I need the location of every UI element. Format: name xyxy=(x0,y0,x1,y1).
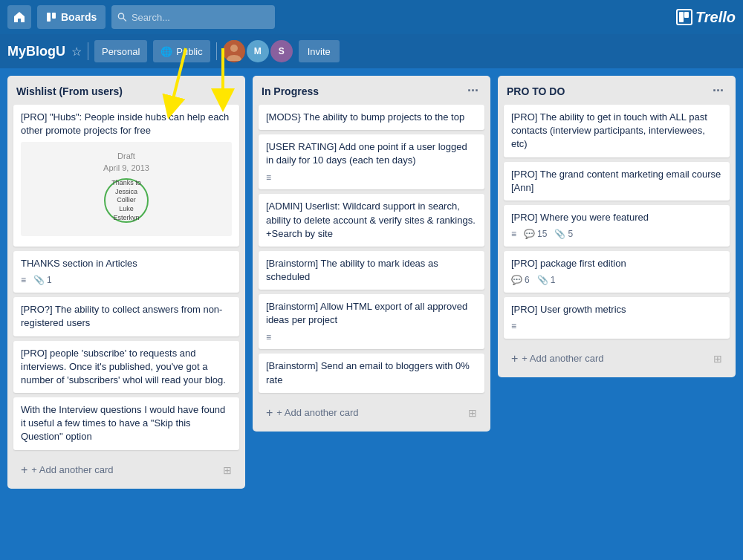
invite-button[interactable]: Invite xyxy=(299,40,340,62)
paperclip-icon: 📎 xyxy=(33,274,45,287)
card-pt5-text: [PRO] User growth metrics xyxy=(511,304,626,315)
card-c2-list-icon: ≡ xyxy=(21,274,26,287)
card-pt4[interactable]: [PRO] package first edition 💬 6 📎 1 xyxy=(504,251,730,293)
card-c1-text: [PRO] "Hubs": People inside hubs can hel… xyxy=(21,111,229,136)
card-draft-label: Draft xyxy=(30,151,223,162)
nav-divider xyxy=(88,42,88,60)
card-draft-date: April 9, 2013 xyxy=(30,163,223,174)
paperclip-icon-pt4: 📎 xyxy=(537,274,548,287)
add-card-wishlist[interactable]: + + Add another card ⊞ xyxy=(13,458,239,483)
card-ip6[interactable]: [Brainstorm] Send an email to bloggers w… xyxy=(259,354,484,392)
board-star-button[interactable]: ☆ xyxy=(71,45,82,59)
card-pt2-text: [PRO] The grand content marketing email … xyxy=(511,169,721,193)
plus-icon-in-progress: + xyxy=(266,406,273,420)
paperclip-icon-pt3: 📎 xyxy=(554,228,565,241)
card-c3[interactable]: [PRO?] The ability to collect answers fr… xyxy=(13,297,239,336)
avatar-user3[interactable]: S xyxy=(270,40,293,62)
globe-icon: 🌐 xyxy=(160,46,172,57)
card-c3-text: [PRO?] The ability to collect answers fr… xyxy=(21,304,222,328)
template-icon-pro-todo: ⊞ xyxy=(713,353,722,365)
trello-logo: Trello xyxy=(676,9,736,26)
board-nav: MyBlogU ☆ Personal 🌐 Public M S Invite xyxy=(0,34,743,68)
card-c4-text: [PRO] people 'subscribe' to requests and… xyxy=(21,348,226,385)
card-c2-meta: ≡ 📎 1 xyxy=(21,274,232,287)
card-c5[interactable]: With the Interview questions I would hav… xyxy=(13,397,239,450)
card-ip6-text: [Brainstorm] Send an email to bloggers w… xyxy=(266,360,470,385)
personal-label: Personal xyxy=(102,46,140,57)
card-pt2[interactable]: [PRO] The grand content marketing email … xyxy=(504,162,730,201)
add-card-in-progress[interactable]: + + Add another card ⊞ xyxy=(259,400,484,426)
card-ip2-meta: ≡ xyxy=(266,172,477,184)
home-button[interactable] xyxy=(7,5,31,29)
card-ip1[interactable]: [MODS} The ability to bump projects to t… xyxy=(259,105,484,130)
search-icon xyxy=(117,12,127,22)
avatar-user1[interactable] xyxy=(223,40,245,62)
column-title-wishlist: Wishlist (From users) xyxy=(16,85,123,97)
boards-label: Boards xyxy=(61,11,97,23)
svg-line-3 xyxy=(123,18,126,21)
add-card-pro-todo[interactable]: + + Add another card ⊞ xyxy=(504,346,730,371)
trello-logo-icon xyxy=(676,9,692,25)
card-ip5[interactable]: [Brainstorm] Allow HTML export of all ap… xyxy=(259,294,484,349)
card-ip4-text: [Brainstorm] The ability to mark ideas a… xyxy=(266,258,438,282)
svg-rect-0 xyxy=(47,13,51,22)
card-pt5[interactable]: [PRO] User growth metrics ≡ xyxy=(504,297,730,339)
column-header-wishlist: Wishlist (From users) ··· xyxy=(7,76,245,105)
column-header-in-progress: In Progress ··· xyxy=(253,76,490,105)
nav-divider2 xyxy=(216,42,217,60)
card-c1-image: Draft April 9, 2013 Thanks to Jessica Co… xyxy=(21,142,232,236)
top-nav: Boards Trello xyxy=(0,0,743,34)
search-box[interactable] xyxy=(111,5,275,29)
avatar-user2[interactable]: M xyxy=(247,40,269,62)
card-pt3-meta: ≡ 💬 15 📎 5 xyxy=(511,228,722,241)
column-wishlist: Wishlist (From users) ··· [PRO] "Hubs": … xyxy=(7,76,245,489)
column-title-in-progress: In Progress xyxy=(262,85,319,97)
svg-point-5 xyxy=(230,45,238,52)
card-ip4[interactable]: [Brainstorm] The ability to mark ideas a… xyxy=(259,251,484,290)
svg-rect-1 xyxy=(52,13,56,19)
card-c2-attach: 📎 1 xyxy=(33,274,52,287)
column-menu-pro-todo[interactable]: ··· xyxy=(710,83,727,99)
card-ip3[interactable]: [ADMIN] Userlist: Wildcard support in se… xyxy=(259,194,484,247)
card-c2[interactable]: THANKS section in Articles ≡ 📎 1 xyxy=(13,251,239,293)
column-menu-in-progress[interactable]: ··· xyxy=(464,83,481,99)
add-card-label-in-progress: + Add another card xyxy=(276,407,358,418)
card-ip2[interactable]: [USER RATING] Add one point if a user lo… xyxy=(259,134,484,189)
column-header-pro-todo: PRO TO DO ··· xyxy=(498,76,736,105)
card-ip5-list-icon: ≡ xyxy=(266,331,271,344)
card-pt3-text: [PRO] Where you were featured xyxy=(511,212,649,223)
plus-icon-wishlist: + xyxy=(21,463,27,477)
comment-icon: 💬 xyxy=(524,228,535,241)
column-title-pro-todo: PRO TO DO xyxy=(507,85,565,97)
board-title[interactable]: MyBlogU xyxy=(7,44,65,59)
template-icon-in-progress: ⊞ xyxy=(468,407,477,419)
card-pt4-comment: 💬 6 xyxy=(511,274,530,287)
search-input[interactable] xyxy=(132,12,269,23)
personal-button[interactable]: Personal xyxy=(94,40,147,62)
card-ip5-text: [Brainstorm] Allow HTML export of all ap… xyxy=(266,301,467,325)
avatar-photo-icon xyxy=(223,40,245,62)
card-ip2-text: [USER RATING] Add one point if a user lo… xyxy=(266,141,467,166)
card-pt1[interactable]: [PRO] The ability to get in touch with A… xyxy=(504,105,730,157)
card-c2-text: THANKS section in Articles xyxy=(21,258,137,269)
card-c1[interactable]: [PRO] "Hubs": People inside hubs can hel… xyxy=(13,105,239,247)
column-cards-in-progress: [MODS} The ability to bump projects to t… xyxy=(253,105,490,397)
card-pt1-text: [PRO] The ability to get in touch with A… xyxy=(511,111,707,149)
card-pt5-list-icon: ≡ xyxy=(511,320,516,333)
add-card-label-wishlist: + Add another card xyxy=(31,464,113,475)
boards-icon xyxy=(46,12,56,22)
card-pt4-meta: 💬 6 📎 1 xyxy=(511,274,722,287)
card-pt4-attach: 📎 1 xyxy=(537,274,556,287)
column-pro-todo: PRO TO DO ··· [PRO] The ability to get i… xyxy=(498,76,736,377)
card-ip3-text: [ADMIN] Userlist: Wildcard support in se… xyxy=(266,201,476,238)
card-c4[interactable]: [PRO] people 'subscribe' to requests and… xyxy=(13,341,239,394)
boards-button[interactable]: Boards xyxy=(37,5,106,29)
card-pt3-list-icon: ≡ xyxy=(511,228,516,241)
card-pt5-meta: ≡ xyxy=(511,320,722,333)
visibility-button[interactable]: 🌐 Public xyxy=(153,40,210,62)
card-ip5-meta: ≡ xyxy=(266,331,477,344)
column-menu-wishlist[interactable]: ··· xyxy=(219,83,236,99)
template-icon-wishlist: ⊞ xyxy=(223,464,232,476)
card-pt3[interactable]: [PRO] Where you were featured ≡ 💬 15 📎 5 xyxy=(504,205,730,247)
column-cards-wishlist: [PRO] "Hubs": People inside hubs can hel… xyxy=(7,105,245,455)
